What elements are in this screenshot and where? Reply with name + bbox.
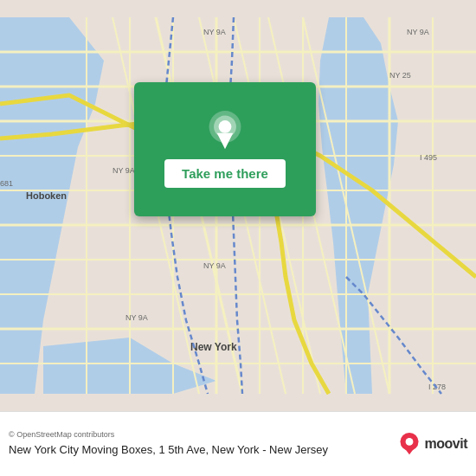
app-container: NY 9A NY 25 NY 9A NY 9A I 495 I 278 681 …	[0, 0, 476, 476]
svg-text:NY 25: NY 25	[389, 71, 411, 80]
svg-marker-46	[404, 448, 414, 454]
moovit-pin-icon	[397, 432, 421, 456]
svg-text:NY 9A: NY 9A	[113, 166, 135, 175]
map-area: NY 9A NY 25 NY 9A NY 9A I 495 I 278 681 …	[0, 0, 476, 411]
svg-text:NY 9A: NY 9A	[407, 28, 429, 36]
svg-text:681: 681	[0, 179, 13, 188]
info-text-block: © OpenStreetMap contributors New York Ci…	[9, 430, 389, 458]
svg-point-42	[219, 120, 232, 133]
svg-text:I 495: I 495	[420, 153, 437, 162]
svg-point-45	[405, 438, 413, 446]
info-bar: © OpenStreetMap contributors New York Ci…	[0, 411, 476, 476]
take-me-there-button[interactable]: Take me there	[164, 159, 286, 188]
moovit-logo: moovit	[397, 432, 467, 456]
moovit-brand-text: moovit	[425, 436, 467, 452]
svg-text:Hoboken: Hoboken	[26, 190, 67, 201]
location-name: New York City Moving Boxes, 1 5th Ave, N…	[9, 442, 389, 458]
svg-text:NY 9A: NY 9A	[203, 261, 226, 270]
svg-text:New York: New York	[190, 341, 237, 353]
svg-text:NY 9A: NY 9A	[203, 28, 226, 36]
location-pin-icon	[204, 111, 246, 152]
svg-text:NY 9A: NY 9A	[125, 313, 148, 322]
location-card: Take me there	[134, 82, 316, 216]
attribution-text: © OpenStreetMap contributors	[9, 430, 389, 439]
